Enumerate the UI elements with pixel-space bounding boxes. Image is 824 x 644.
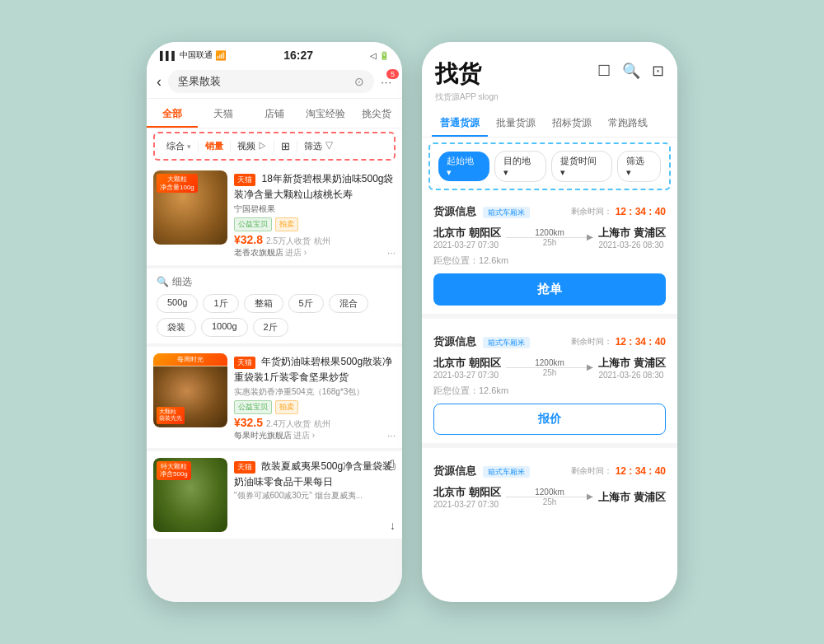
product-card-2[interactable]: 每周时光 大颗粒袋装先先 天猫 年货奶油味碧根果500g散装净重袋装1斤装零食坚… bbox=[147, 347, 402, 448]
search-box[interactable]: 坚果散装 ⊙ bbox=[168, 70, 374, 93]
store-name-2[interactable]: 每果时光旗舰店 bbox=[234, 430, 292, 441]
product-image-2: 每周时光 大颗粒袋装先先 bbox=[153, 353, 227, 427]
location-2: 杭州 bbox=[314, 418, 330, 430]
qr-icon[interactable]: ⊡ bbox=[652, 62, 664, 80]
share-icon[interactable]: ⎙ bbox=[387, 458, 396, 473]
divider bbox=[198, 141, 199, 152]
product-info-2: 天猫 年货奶油味碧根果500g散装净重袋装1斤装零食坚果炒货 实惠装奶香净重50… bbox=[234, 353, 396, 441]
chip-destination[interactable]: 目的地 ▾ bbox=[494, 151, 547, 182]
product-info-3: 天猫 散装夏威夷果500g净含量袋装奶油味零食品干果每日 "领券可减600减30… bbox=[234, 458, 396, 532]
grab-button-1[interactable]: 抢单 bbox=[433, 273, 666, 306]
dest-city-1: 上海市 黄浦区 2021-03-26 08:30 bbox=[598, 226, 666, 250]
app-title: 找货 bbox=[435, 58, 499, 90]
app-subtitle: 找货源APP slogn bbox=[435, 91, 499, 103]
countdown-num-1: 12 : 34 : 40 bbox=[616, 206, 666, 217]
countdown-1: 剩余时间： 12 : 34 : 40 bbox=[571, 206, 666, 217]
product-title-2: 年货奶油味碧根果500g散装净重袋装1斤装零食坚果炒货 bbox=[234, 356, 392, 383]
refine-tag-1000g[interactable]: 1000g bbox=[201, 318, 248, 337]
img-badge-3: 特大颗粒净含500g bbox=[157, 461, 191, 480]
chip-pickup-time[interactable]: 提货时间 ▾ bbox=[551, 151, 612, 182]
refine-search-icon: 🔍 bbox=[157, 276, 169, 287]
filter-options[interactable]: 筛选 ▽ bbox=[301, 138, 337, 154]
carrier-signal: ▌▌▌ 中国联通 📶 bbox=[160, 49, 227, 61]
status-bar-left: ▌▌▌ 中国联通 📶 16:27 ◁ 🔋 bbox=[147, 42, 402, 65]
tab-experience[interactable]: 淘宝经验 bbox=[300, 104, 351, 128]
product-image-1: 大颗粒净含量100g bbox=[153, 170, 227, 245]
product-desc-2: 实惠装奶香净重504克（168g*3包） bbox=[234, 386, 396, 398]
refine-tag-5jin[interactable]: 5斤 bbox=[288, 294, 324, 313]
refine-tag-1jin[interactable]: 1斤 bbox=[203, 294, 238, 313]
more-icon-1[interactable]: ··· bbox=[387, 247, 396, 259]
more-icon-2[interactable]: ··· bbox=[387, 430, 396, 441]
refine-tag-box[interactable]: 整箱 bbox=[244, 294, 283, 313]
price-row-2: ¥32.5 2.4万人收货 杭州 bbox=[234, 416, 396, 430]
goto-store-1[interactable]: 进店 › bbox=[285, 247, 307, 259]
product-card-3[interactable]: 特大颗粒净含500g 天猫 散装夏威夷果500g净含量袋装奶油味零食品干果每日 … bbox=[147, 451, 402, 539]
divider bbox=[230, 141, 231, 152]
origin-city-1: 北京市 朝阳区 2021-03-27 07:30 bbox=[433, 226, 501, 250]
scroll-down-icon: ↓ bbox=[390, 519, 396, 532]
divider bbox=[274, 141, 274, 152]
quote-button[interactable]: 报价 bbox=[433, 404, 666, 435]
back-button[interactable]: ‹ bbox=[157, 73, 162, 91]
tab-normal-cargo[interactable]: 普通货源 bbox=[432, 111, 488, 137]
goto-store-2[interactable]: 进店 › bbox=[293, 430, 315, 441]
shop-row-2: 每果时光旗舰店 进店 › ··· bbox=[234, 430, 396, 441]
refine-section: 🔍 细选 500g 1斤 整箱 5斤 混合 袋装 1000g 2斤 bbox=[147, 268, 402, 343]
cargo-type-tag-3: 箱式车厢米 bbox=[483, 466, 530, 478]
dest-city-2: 上海市 黄浦区 2021-03-26 08:30 bbox=[598, 356, 666, 380]
countdown-2: 剩余时间： 12 : 34 : 40 bbox=[571, 336, 666, 348]
refine-tags: 500g 1斤 整箱 5斤 混合 袋装 1000g 2斤 bbox=[157, 294, 392, 337]
route-arrow-2 bbox=[506, 367, 594, 368]
chip-origin[interactable]: 起始地 ▾ bbox=[438, 152, 489, 181]
tag-auction-1: 拍卖 bbox=[275, 217, 298, 231]
filter-comprehensive[interactable]: 综合 ▾ bbox=[163, 138, 194, 154]
price-row-1: ¥32.8 2.5万人收货 杭州 bbox=[234, 233, 396, 247]
route-line-1: 1200km 25h bbox=[506, 228, 594, 247]
refine-tag-mixed[interactable]: 混合 bbox=[329, 294, 368, 313]
dest-city-3: 上海市 黄浦区 bbox=[598, 490, 666, 505]
refine-tag-2jin[interactable]: 2斤 bbox=[253, 318, 288, 337]
countdown-3: 剩余时间： 12 : 34 : 40 bbox=[571, 465, 666, 477]
filter-bar-left: 综合 ▾ 销量 视频 ▷ ⊞ 筛选 ▽ bbox=[153, 132, 396, 161]
battery-icon: 🔋 bbox=[379, 51, 389, 60]
tab-tianmao[interactable]: 天猫 bbox=[198, 104, 249, 128]
shop-row-1: 老香农旗舰店 进店 › ··· bbox=[234, 247, 396, 259]
route-arrow-3 bbox=[506, 497, 594, 497]
signal-bars: ▌▌▌ bbox=[160, 51, 177, 60]
price-1: ¥32.8 bbox=[234, 233, 263, 246]
chip-filter[interactable]: 筛选 ▾ bbox=[617, 151, 661, 182]
product-info-1: 天猫 18年新货碧根果奶油味500g袋装净含量大颗粒山核桃长寿 宁国碧根果 公益… bbox=[234, 170, 396, 259]
cargo-card-2: 货源信息 箱式车厢米 剩余时间： 12 : 34 : 40 北京市 朝阳区 20… bbox=[422, 325, 677, 448]
tab-shop[interactable]: 店铺 bbox=[249, 104, 300, 128]
product-card[interactable]: 大颗粒净含量100g 天猫 18年新货碧根果奶油味500g袋装净含量大颗粒山核桃… bbox=[147, 164, 402, 265]
shop-name-1: 宁国碧根果 bbox=[234, 203, 396, 215]
product-list: 大颗粒净含量100g 天猫 18年新货碧根果奶油味500g袋装净含量大颗粒山核桃… bbox=[147, 164, 402, 602]
category-tabs: 全部 天猫 店铺 淘宝经验 挑尖货 bbox=[147, 99, 402, 128]
tab-all[interactable]: 全部 bbox=[147, 104, 198, 128]
platform-tag-tianmao: 天猫 bbox=[234, 174, 255, 186]
main-tabs: 普通货源 批量货源 招标货源 常跑路线 bbox=[422, 108, 677, 138]
refine-tag-bag[interactable]: 袋装 bbox=[157, 318, 196, 337]
search-query: 坚果散装 bbox=[178, 74, 221, 89]
cargo-card-3: 货源信息 箱式车厢米 剩余时间： 12 : 34 : 40 北京市 朝阳区 20… bbox=[422, 455, 677, 522]
store-name-1[interactable]: 老香农旗舰店 bbox=[234, 247, 283, 259]
distance-row-1: 距您位置：12.6km bbox=[433, 254, 666, 267]
tab-bulk-cargo[interactable]: 批量货源 bbox=[488, 111, 544, 137]
tab-bid-cargo[interactable]: 招标货源 bbox=[544, 111, 600, 137]
filter-quality[interactable]: ⊞ bbox=[278, 138, 293, 154]
filter-video[interactable]: 视频 ▷ bbox=[234, 138, 270, 154]
search-camera-icon[interactable]: ⊙ bbox=[354, 75, 364, 88]
route-arrow-1 bbox=[506, 237, 594, 238]
tab-regular-route[interactable]: 常跑路线 bbox=[600, 111, 656, 137]
scan-icon[interactable]: ☐ bbox=[597, 62, 611, 80]
refine-tag-500g[interactable]: 500g bbox=[157, 294, 198, 313]
filter-sales[interactable]: 销量 bbox=[202, 138, 227, 154]
tab-top[interactable]: 挑尖货 bbox=[351, 104, 402, 128]
cargo-info-label-2: 货源信息 箱式车厢米 bbox=[433, 334, 530, 349]
sales-2: 2.4万人收货 bbox=[266, 418, 311, 430]
search-icon[interactable]: 🔍 bbox=[622, 62, 640, 80]
refine-title: 🔍 细选 bbox=[157, 275, 392, 289]
product-image-3: 特大颗粒净含500g bbox=[153, 458, 227, 532]
route-line-3: 1200km 25h bbox=[506, 488, 594, 506]
